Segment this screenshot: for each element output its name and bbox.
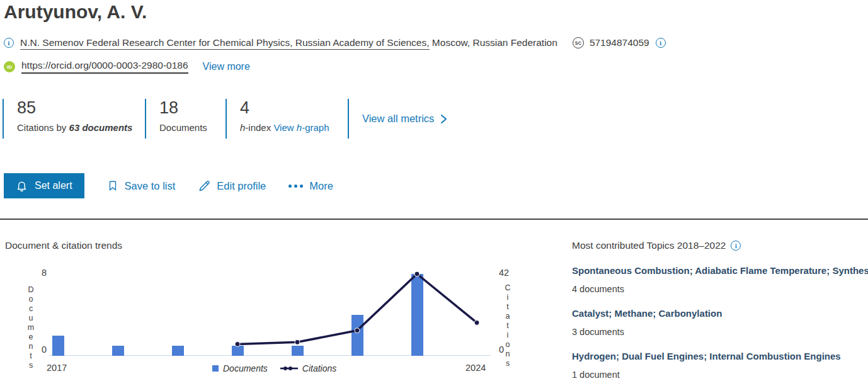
citations-line (0, 264, 535, 359)
orcid-icon: iD (4, 61, 15, 72)
h-index-label: h-index View h-graph (240, 122, 348, 133)
legend-documents: Documents (212, 363, 268, 373)
more-button[interactable]: More (288, 180, 333, 192)
x-axis-last-label: 2024 (465, 363, 486, 373)
scopus-id-group: SC 57194874059 i (573, 37, 666, 48)
metric-h-index: 4 h-index View h-graph (226, 99, 348, 139)
affiliation-link[interactable]: N.N. Semenov Federal Research Center for… (20, 37, 430, 50)
section-divider (0, 219, 868, 220)
affiliation-row: i N.N. Semenov Federal Research Center f… (4, 37, 666, 48)
topic-item: Catalyst; Methane; Carbonylation 3 docum… (572, 308, 868, 337)
metric-documents: 18 Documents (145, 99, 226, 139)
topics-title: Most contributed Topics 2018–2022 (572, 240, 726, 251)
documents-value: 18 (159, 99, 226, 117)
info-icon[interactable]: i (4, 38, 14, 48)
actions-row: Set alert Save to list Edit profile More (4, 173, 333, 198)
view-more-link[interactable]: View more (203, 61, 250, 72)
documents-label: Documents (159, 122, 226, 133)
orcid-link[interactable]: https://orcid.org/0000-0003-2980-0186 (21, 60, 188, 74)
topic-document-count: 4 documents (572, 284, 868, 294)
citations-line-icon (280, 365, 298, 372)
legend-citations: Citations (280, 363, 336, 373)
author-profile-page: Arutyunov, A. V. i N.N. Semenov Federal … (0, 0, 868, 381)
ellipsis-icon (288, 185, 303, 188)
topics-title-row: Most contributed Topics 2018–2022 i (572, 240, 868, 251)
metrics-row: 85 Citations by 63 documents 18 Document… (3, 99, 448, 139)
view-all-metrics-link[interactable]: View all metrics (362, 113, 448, 125)
topic-item: Hydrogen; Dual Fuel Engines; Internal Co… (572, 351, 868, 380)
topic-name[interactable]: Spontaneous Combustion; Adiabatic Flame … (572, 265, 868, 276)
view-h-graph-link[interactable]: View h-graph (273, 122, 329, 133)
most-contributed-topics: Most contributed Topics 2018–2022 i Spon… (572, 240, 868, 380)
save-to-list-button[interactable]: Save to list (107, 179, 176, 192)
scopus-id-value: 57194874059 (590, 37, 649, 48)
h-index-value: 4 (240, 99, 348, 117)
scopus-icon: SC (573, 37, 584, 48)
info-icon[interactable]: i (731, 241, 741, 251)
metric-citations: 85 Citations by 63 documents (3, 99, 145, 139)
chevron-right-icon (440, 114, 448, 124)
topic-document-count: 3 documents (572, 327, 868, 337)
edit-profile-button[interactable]: Edit profile (198, 179, 266, 192)
citations-value: 85 (17, 99, 145, 117)
view-all-metrics-block: View all metrics (348, 99, 448, 139)
citations-by-documents: 63 documents (69, 122, 133, 133)
topic-document-count: 1 document (572, 370, 868, 380)
chart-title: Document & citation trends (5, 240, 122, 251)
affiliation-text: N.N. Semenov Federal Research Center for… (20, 37, 557, 48)
author-name: Arutyunov, A. V. (4, 1, 147, 23)
bookmark-icon (107, 179, 118, 192)
topic-item: Spontaneous Combustion; Adiabatic Flame … (572, 265, 868, 294)
affiliation-location: Moscow, Russian Federation (430, 37, 557, 48)
document-citation-chart: 8 0 42 0 Documents Citations (0, 264, 535, 359)
pencil-icon (198, 179, 210, 192)
info-icon[interactable]: i (656, 38, 666, 48)
orcid-row: iD https://orcid.org/0000-0003-2980-0186… (4, 60, 250, 74)
topic-name[interactable]: Hydrogen; Dual Fuel Engines; Internal Co… (572, 351, 868, 361)
bell-icon (16, 180, 28, 192)
chart-legend: Documents Citations (212, 363, 336, 373)
topic-name[interactable]: Catalyst; Methane; Carbonylation (572, 308, 868, 319)
citations-label: Citations by 63 documents (17, 122, 145, 133)
set-alert-button[interactable]: Set alert (4, 173, 84, 198)
x-axis-first-label: 2017 (47, 363, 67, 373)
documents-swatch-icon (212, 365, 219, 372)
